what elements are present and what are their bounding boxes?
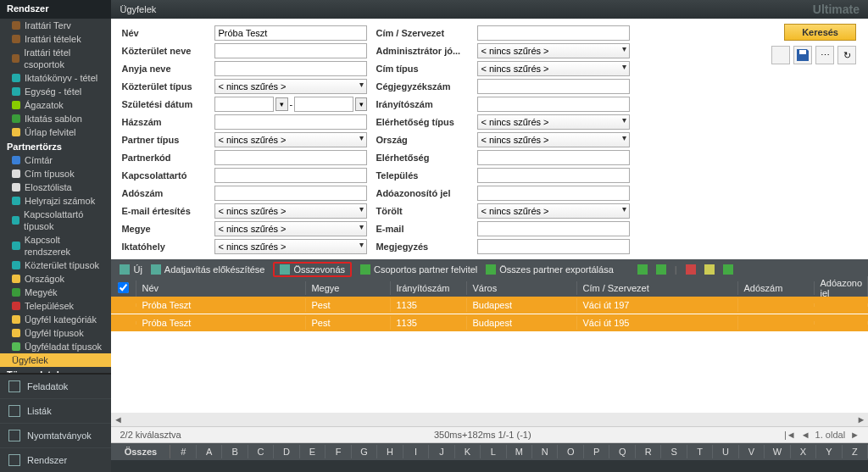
sidebar-item[interactable]: Kapcsolt rendszerek xyxy=(0,233,111,258)
cegjegyzek-input[interactable] xyxy=(477,79,630,94)
email-input[interactable] xyxy=(477,221,630,236)
letter-Y[interactable]: Y xyxy=(816,445,842,458)
th-ado[interactable]: Adószám xyxy=(738,281,815,295)
hazszam-input[interactable] xyxy=(214,114,367,130)
excel2-icon[interactable] xyxy=(723,264,733,275)
letter-F[interactable]: F xyxy=(326,445,351,458)
letter-T[interactable]: T xyxy=(687,445,713,458)
letter-L[interactable]: L xyxy=(481,445,506,458)
sidebar-item[interactable]: Elosztólista xyxy=(0,180,111,194)
sidebar-item[interactable]: Űrlap felvitel xyxy=(0,125,111,139)
nav-nyomtatvanyok[interactable]: Nyomtatványok xyxy=(0,423,111,447)
letter-O[interactable]: O xyxy=(558,445,583,458)
sidebar-item[interactable]: Egység - tétel xyxy=(0,85,111,98)
new-record-icon[interactable] xyxy=(771,46,790,64)
megjegyzes-input[interactable] xyxy=(477,239,630,254)
letter-Q[interactable]: Q xyxy=(609,445,635,458)
letter-M[interactable]: M xyxy=(507,445,532,458)
letter-W[interactable]: W xyxy=(765,445,790,458)
csoportos-felvitel-button[interactable]: Csoportos partner felvitel xyxy=(360,264,477,275)
letter-G[interactable]: G xyxy=(352,445,377,458)
adatjavitas-button[interactable]: Adatjavítás előkészítése xyxy=(151,264,265,275)
letter-U[interactable]: U xyxy=(713,445,738,458)
letter-V[interactable]: V xyxy=(739,445,765,458)
iktatohely-select[interactable]: < nincs szűrés > xyxy=(214,239,367,254)
letter-P[interactable]: P xyxy=(584,445,609,458)
cim-szervezet-input[interactable] xyxy=(477,25,630,41)
refresh-icon[interactable]: ↻ xyxy=(837,46,856,64)
admin-select[interactable]: < nincs szűrés > xyxy=(477,43,630,58)
date-to-input[interactable] xyxy=(294,97,353,112)
th-ir[interactable]: Irányítószám xyxy=(391,281,467,295)
adoazonosito-input[interactable] xyxy=(477,186,630,201)
sidebar-item-ugyfelek[interactable]: Ügyfelek xyxy=(0,353,111,367)
letter-A[interactable]: A xyxy=(197,445,222,458)
letter-J[interactable]: J xyxy=(429,445,454,458)
nav-listak[interactable]: Listák xyxy=(0,398,111,423)
sidebar-item[interactable]: Kapcsolattartó típusok xyxy=(0,208,111,233)
telepules-input[interactable] xyxy=(477,168,630,183)
letter-B[interactable]: B xyxy=(222,445,248,458)
save-icon[interactable] xyxy=(793,46,812,64)
partnerkod-input[interactable] xyxy=(214,150,367,165)
letter-H[interactable]: H xyxy=(377,445,403,458)
letter-R[interactable]: R xyxy=(636,445,661,458)
torolt-select[interactable]: < nincs szűrés > xyxy=(477,203,630,219)
letter-S[interactable]: S xyxy=(661,445,687,458)
delete-icon[interactable] xyxy=(686,264,696,275)
email-ertes-select[interactable]: < nincs szűrés > xyxy=(214,203,367,219)
adoszam-input[interactable] xyxy=(214,186,367,201)
sidebar-item[interactable]: Irattári tételek xyxy=(0,32,111,46)
th-cim[interactable]: Cím / Szervezet xyxy=(577,281,738,295)
sidebar-item[interactable]: Cím típusok xyxy=(0,167,111,180)
orszag-select[interactable]: < nincs szűrés > xyxy=(477,132,630,147)
pager-first-icon[interactable]: |◄ xyxy=(784,430,796,440)
nav-rendszer[interactable]: Rendszer xyxy=(0,447,111,472)
nav-feladatok[interactable]: Feladatok xyxy=(0,374,111,398)
megye-select[interactable]: < nincs szűrés > xyxy=(214,221,367,236)
sidebar-item[interactable]: Iktatás sablon xyxy=(0,112,111,125)
sidebar-item[interactable]: Irattári Terv xyxy=(0,19,111,32)
sidebar-item[interactable]: Ügyfél típusok xyxy=(0,326,111,340)
elerhetoseg-tipus-select[interactable]: < nincs szűrés > xyxy=(477,114,630,130)
sidebar-item[interactable]: Helyrajzi számok xyxy=(0,194,111,208)
elerhetoseg-input[interactable] xyxy=(477,150,630,165)
sidebar-item[interactable]: Irattári tétel csoportok xyxy=(0,46,111,71)
sidebar-item[interactable]: Ügyféladat típusok xyxy=(0,340,111,353)
horizontal-scrollbar[interactable]: ◄► xyxy=(111,413,868,426)
calendar-icon[interactable]: ▾ xyxy=(275,97,287,111)
table-row[interactable]: Próba Teszt Pest 1135 Budapest Váci út 1… xyxy=(111,297,868,314)
search-button[interactable]: Keresés xyxy=(784,24,856,41)
th-megye[interactable]: Megye xyxy=(306,281,391,295)
sidebar-item[interactable]: Címtár xyxy=(0,153,111,167)
letter-E[interactable]: E xyxy=(300,445,326,458)
sidebar-item[interactable]: Országok xyxy=(0,272,111,286)
refresh-icon[interactable] xyxy=(656,264,666,275)
excel-icon[interactable] xyxy=(637,264,648,275)
date-from-input[interactable] xyxy=(214,97,274,112)
letter-K[interactable]: K xyxy=(455,445,481,458)
sidebar-item[interactable]: Ügyfél kategóriák xyxy=(0,313,111,326)
sidebar-item[interactable]: Ágazatok xyxy=(0,98,111,112)
kozterulet-tipus-select[interactable]: < nincs szűrés > xyxy=(214,79,367,94)
more-icon[interactable]: ⋯ xyxy=(815,46,834,64)
cim-tipus-select[interactable]: < nincs szűrés > xyxy=(477,61,630,76)
kapcsolattarto-input[interactable] xyxy=(214,168,367,183)
letter-X[interactable]: X xyxy=(791,445,816,458)
letter-I[interactable]: I xyxy=(403,445,429,458)
sidebar-item[interactable]: Megyék xyxy=(0,286,111,299)
pager-next-icon[interactable]: ► xyxy=(850,430,860,440)
anyja-neve-input[interactable] xyxy=(214,61,367,76)
partner-tipus-select[interactable]: < nincs szűrés > xyxy=(214,132,367,147)
iranyitoszam-input[interactable] xyxy=(477,97,630,112)
letter-N[interactable]: N xyxy=(532,445,558,458)
calendar-icon[interactable]: ▾ xyxy=(355,97,367,111)
th-nev[interactable]: Név xyxy=(136,281,306,295)
letter-Z[interactable]: Z xyxy=(843,445,868,458)
letter-C[interactable]: C xyxy=(248,445,274,458)
th-varos[interactable]: Város xyxy=(467,281,577,295)
kozterulet-neve-input[interactable] xyxy=(214,43,367,58)
letter-#[interactable]: # xyxy=(170,445,196,458)
warn-icon[interactable] xyxy=(704,264,715,275)
sidebar-item[interactable]: Közterület típusok xyxy=(0,258,111,272)
